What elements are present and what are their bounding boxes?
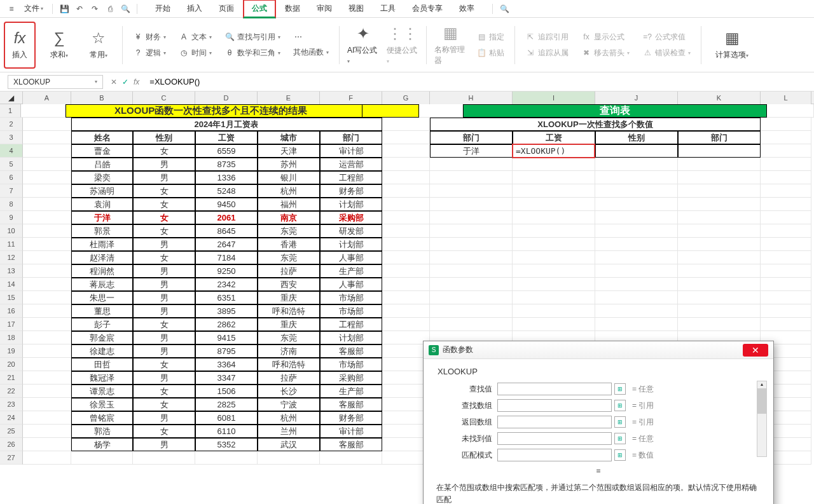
cell[interactable]: 5248 xyxy=(195,184,258,198)
cell[interactable]: 部门 xyxy=(320,131,382,144)
cell[interactable]: 曾铭宸 xyxy=(71,411,133,425)
cell[interactable]: 市场部 xyxy=(320,304,382,318)
cell[interactable] xyxy=(23,398,71,411)
cell[interactable]: 女 xyxy=(133,251,195,264)
cell[interactable]: 女 xyxy=(133,144,195,158)
cell[interactable] xyxy=(513,251,595,264)
cell[interactable] xyxy=(23,331,71,344)
cell[interactable] xyxy=(382,304,430,318)
col-header[interactable]: K xyxy=(678,92,761,104)
file-menu[interactable]: 文件▾ xyxy=(20,2,47,15)
cell[interactable] xyxy=(430,211,513,224)
cell[interactable]: 谭景志 xyxy=(71,385,133,398)
cell[interactable] xyxy=(761,144,811,158)
cell[interactable] xyxy=(513,211,595,224)
row-header[interactable]: 13 xyxy=(0,264,23,278)
cell[interactable]: 9450 xyxy=(195,198,258,211)
param-input[interactable] xyxy=(497,432,612,445)
col-header[interactable]: H xyxy=(430,92,513,104)
row-header[interactable]: 22 xyxy=(0,385,23,398)
cell[interactable] xyxy=(430,251,513,264)
cell[interactable] xyxy=(595,264,678,278)
cell[interactable] xyxy=(761,224,811,238)
tab-insert[interactable]: 插入 xyxy=(179,1,210,17)
cell[interactable]: 8645 xyxy=(195,224,258,238)
logic-button[interactable]: ?逻辑▾ xyxy=(130,46,169,60)
range-select-icon[interactable]: ⊞ xyxy=(614,383,626,395)
cell[interactable] xyxy=(23,118,71,131)
row-header[interactable]: 16 xyxy=(0,304,23,318)
cell[interactable] xyxy=(320,118,382,131)
cell[interactable]: 研发部 xyxy=(320,224,382,238)
cell[interactable]: 宁波 xyxy=(258,398,320,411)
paste-button[interactable]: 📋粘贴 xyxy=(474,46,507,60)
cell[interactable]: 2862 xyxy=(195,318,258,331)
cell[interactable]: 财务部 xyxy=(320,411,382,425)
cell[interactable]: 计划部 xyxy=(320,238,382,251)
cell[interactable]: 6110 xyxy=(195,425,258,438)
cell[interactable]: 重庆 xyxy=(258,291,320,304)
cell[interactable] xyxy=(595,318,678,331)
cell[interactable] xyxy=(430,171,513,184)
col-header[interactable]: J xyxy=(595,92,678,104)
cell[interactable]: 3895 xyxy=(195,304,258,318)
cell[interactable]: 客服部 xyxy=(320,438,382,451)
cell[interactable] xyxy=(382,278,430,291)
insert-function-button[interactable]: fx 插入 xyxy=(4,22,36,69)
param-input[interactable] xyxy=(497,399,612,412)
cell[interactable] xyxy=(761,131,811,144)
row-header[interactable]: 14 xyxy=(0,278,23,291)
row-header[interactable]: 18 xyxy=(0,331,23,344)
cell[interactable] xyxy=(761,118,811,131)
cell[interactable]: 人事部 xyxy=(320,251,382,264)
cell[interactable] xyxy=(23,385,71,398)
cell[interactable]: 计划部 xyxy=(320,331,382,344)
tab-start[interactable]: 开始 xyxy=(148,1,178,17)
cell[interactable]: 男 xyxy=(133,171,195,184)
cell[interactable]: 福州 xyxy=(258,198,320,211)
undo-icon[interactable]: ↶ xyxy=(73,3,86,15)
cell[interactable]: 郭金宸 xyxy=(71,331,133,344)
cell[interactable]: 2024年1月工资表 xyxy=(195,118,258,131)
cell[interactable]: 女 xyxy=(133,398,195,411)
cell[interactable]: 吕皓 xyxy=(71,158,133,171)
cell[interactable] xyxy=(430,291,513,304)
cell[interactable]: 1506 xyxy=(195,385,258,398)
cell[interactable]: 男 xyxy=(133,344,195,358)
cell[interactable]: 男 xyxy=(133,331,195,344)
cell[interactable] xyxy=(430,158,513,171)
cell[interactable] xyxy=(761,198,811,211)
cell[interactable]: 女 xyxy=(133,358,195,371)
cell[interactable]: 朱思一 xyxy=(71,291,133,304)
cell[interactable] xyxy=(761,158,811,171)
cell[interactable] xyxy=(595,278,678,291)
cell[interactable]: 城市 xyxy=(258,131,320,144)
col-header[interactable]: G xyxy=(382,92,430,104)
cell[interactable] xyxy=(382,184,430,198)
cell[interactable] xyxy=(761,251,811,264)
tab-view[interactable]: 视图 xyxy=(341,1,371,17)
row-header[interactable]: 20 xyxy=(0,358,23,371)
cell[interactable]: 6559 xyxy=(195,144,258,158)
cell[interactable] xyxy=(678,211,761,224)
cell[interactable]: 苏州 xyxy=(258,158,320,171)
cell[interactable] xyxy=(678,158,761,171)
row-header[interactable]: 5 xyxy=(0,158,23,171)
move-arrow-button[interactable]: ✖移去箭头▾ xyxy=(579,46,632,60)
cell[interactable] xyxy=(430,304,513,318)
cell[interactable] xyxy=(761,291,811,304)
cell[interactable]: 魏冠泽 xyxy=(71,371,133,385)
assign-button[interactable]: ▤指定 xyxy=(474,31,507,44)
cell[interactable]: 长沙 xyxy=(258,385,320,398)
cell[interactable]: 董思 xyxy=(71,304,133,318)
cell[interactable] xyxy=(71,118,133,131)
cell[interactable] xyxy=(691,104,768,118)
cell[interactable] xyxy=(678,198,761,211)
cell[interactable]: 呼和浩特 xyxy=(258,358,320,371)
name-manager-button[interactable]: ▦ 名称管理器 xyxy=(434,22,466,69)
cell[interactable] xyxy=(382,251,430,264)
range-select-icon[interactable]: ⊞ xyxy=(614,433,626,444)
cell[interactable] xyxy=(678,264,761,278)
cell[interactable]: 杨学 xyxy=(71,438,133,451)
cell[interactable]: 3364 xyxy=(195,358,258,371)
